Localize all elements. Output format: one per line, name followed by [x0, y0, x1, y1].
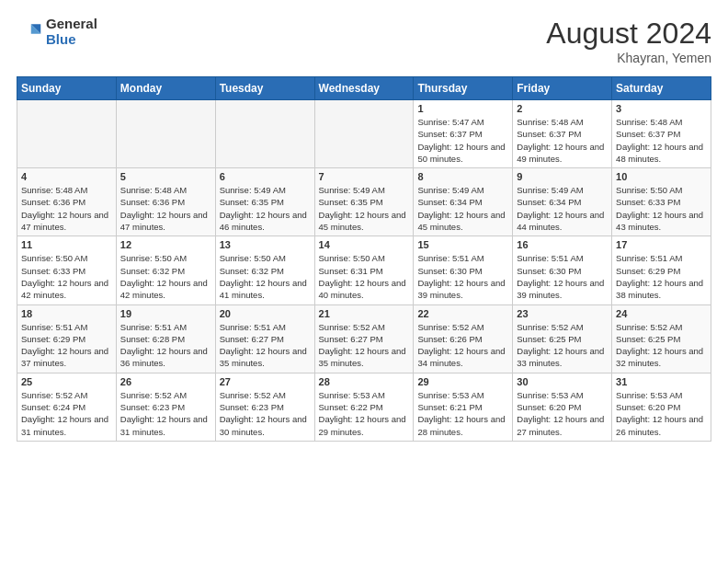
day-number: 27 [220, 376, 311, 387]
calendar-cell-2: 2Sunrise: 5:48 AMSunset: 6:37 PMDaylight… [513, 100, 612, 168]
logo-blue-text: Blue [46, 32, 97, 48]
calendar-week-2: 4Sunrise: 5:48 AMSunset: 6:36 PMDaylight… [17, 168, 711, 236]
page: General Blue August 2024 Khayran, Yemen … [0, 0, 728, 563]
day-number: 1 [417, 103, 508, 114]
day-info: Sunrise: 5:47 AMSunset: 6:37 PMDaylight:… [417, 116, 508, 165]
day-number: 28 [319, 376, 410, 387]
day-info: Sunrise: 5:48 AMSunset: 6:37 PMDaylight:… [517, 116, 608, 165]
day-number: 30 [517, 376, 608, 387]
calendar-cell-7: 7Sunrise: 5:49 AMSunset: 6:35 PMDaylight… [314, 168, 414, 236]
calendar-table: SundayMondayTuesdayWednesdayThursdayFrid… [17, 76, 711, 442]
calendar-cell-23: 23Sunrise: 5:52 AMSunset: 6:25 PMDayligh… [513, 304, 612, 373]
day-info: Sunrise: 5:51 AMSunset: 6:28 PMDaylight:… [120, 321, 211, 370]
day-info: Sunrise: 5:53 AMSunset: 6:22 PMDaylight:… [319, 389, 410, 438]
calendar-cell-empty-1 [116, 100, 215, 168]
day-number: 9 [517, 171, 608, 182]
day-info: Sunrise: 5:50 AMSunset: 6:31 PMDaylight:… [319, 252, 410, 301]
col-header-wednesday: Wednesday [314, 77, 414, 100]
calendar-cell-15: 15Sunrise: 5:51 AMSunset: 6:30 PMDayligh… [414, 236, 513, 304]
day-info: Sunrise: 5:51 AMSunset: 6:29 PMDaylight:… [616, 252, 707, 301]
day-number: 15 [417, 239, 508, 250]
day-info: Sunrise: 5:50 AMSunset: 6:32 PMDaylight:… [220, 252, 311, 301]
day-number: 10 [616, 171, 707, 182]
day-number: 24 [616, 308, 707, 319]
calendar-cell-1: 1Sunrise: 5:47 AMSunset: 6:37 PMDaylight… [414, 100, 513, 168]
day-info: Sunrise: 5:49 AMSunset: 6:34 PMDaylight:… [417, 184, 508, 233]
calendar-cell-17: 17Sunrise: 5:51 AMSunset: 6:29 PMDayligh… [612, 236, 711, 304]
calendar-cell-31: 31Sunrise: 5:53 AMSunset: 6:20 PMDayligh… [612, 373, 711, 441]
calendar-cell-13: 13Sunrise: 5:50 AMSunset: 6:32 PMDayligh… [215, 236, 314, 304]
day-number: 16 [517, 239, 608, 250]
calendar-cell-11: 11Sunrise: 5:50 AMSunset: 6:33 PMDayligh… [17, 236, 117, 304]
calendar-cell-empty-3 [314, 100, 414, 168]
calendar-cell-4: 4Sunrise: 5:48 AMSunset: 6:36 PMDaylight… [17, 168, 117, 236]
day-info: Sunrise: 5:52 AMSunset: 6:26 PMDaylight:… [417, 321, 508, 370]
calendar-week-1: 1Sunrise: 5:47 AMSunset: 6:37 PMDaylight… [17, 100, 711, 168]
calendar-cell-empty-2 [215, 100, 314, 168]
calendar-cell-19: 19Sunrise: 5:51 AMSunset: 6:28 PMDayligh… [116, 304, 215, 373]
day-info: Sunrise: 5:52 AMSunset: 6:24 PMDaylight:… [21, 389, 112, 438]
col-header-tuesday: Tuesday [215, 77, 314, 100]
day-info: Sunrise: 5:51 AMSunset: 6:29 PMDaylight:… [21, 321, 112, 370]
calendar-cell-28: 28Sunrise: 5:53 AMSunset: 6:22 PMDayligh… [314, 373, 414, 441]
day-info: Sunrise: 5:52 AMSunset: 6:27 PMDaylight:… [319, 321, 410, 370]
day-number: 4 [21, 171, 112, 182]
day-number: 29 [417, 376, 508, 387]
day-number: 31 [616, 376, 707, 387]
calendar-header-row: SundayMondayTuesdayWednesdayThursdayFrid… [17, 77, 711, 100]
day-info: Sunrise: 5:50 AMSunset: 6:33 PMDaylight:… [616, 184, 707, 233]
day-number: 21 [319, 308, 410, 319]
day-info: Sunrise: 5:51 AMSunset: 6:30 PMDaylight:… [517, 252, 608, 301]
calendar-cell-14: 14Sunrise: 5:50 AMSunset: 6:31 PMDayligh… [314, 236, 414, 304]
day-number: 26 [120, 376, 211, 387]
day-info: Sunrise: 5:52 AMSunset: 6:23 PMDaylight:… [120, 389, 211, 438]
day-number: 6 [220, 171, 311, 182]
calendar-cell-3: 3Sunrise: 5:48 AMSunset: 6:37 PMDaylight… [612, 100, 711, 168]
day-info: Sunrise: 5:50 AMSunset: 6:32 PMDaylight:… [120, 252, 211, 301]
day-info: Sunrise: 5:52 AMSunset: 6:25 PMDaylight:… [517, 321, 608, 370]
calendar-cell-9: 9Sunrise: 5:49 AMSunset: 6:34 PMDaylight… [513, 168, 612, 236]
calendar-week-4: 18Sunrise: 5:51 AMSunset: 6:29 PMDayligh… [17, 304, 711, 373]
calendar-cell-29: 29Sunrise: 5:53 AMSunset: 6:21 PMDayligh… [414, 373, 513, 441]
calendar-cell-21: 21Sunrise: 5:52 AMSunset: 6:27 PMDayligh… [314, 304, 414, 373]
day-number: 3 [616, 103, 707, 114]
day-info: Sunrise: 5:51 AMSunset: 6:30 PMDaylight:… [417, 252, 508, 301]
day-info: Sunrise: 5:49 AMSunset: 6:35 PMDaylight:… [319, 184, 410, 233]
day-info: Sunrise: 5:53 AMSunset: 6:20 PMDaylight:… [517, 389, 608, 438]
calendar-cell-6: 6Sunrise: 5:49 AMSunset: 6:35 PMDaylight… [215, 168, 314, 236]
day-number: 13 [220, 239, 311, 250]
day-number: 2 [517, 103, 608, 114]
col-header-monday: Monday [116, 77, 215, 100]
day-number: 5 [120, 171, 211, 182]
day-number: 12 [120, 239, 211, 250]
col-header-saturday: Saturday [612, 77, 711, 100]
day-number: 25 [21, 376, 112, 387]
calendar-cell-5: 5Sunrise: 5:48 AMSunset: 6:36 PMDaylight… [116, 168, 215, 236]
calendar-cell-26: 26Sunrise: 5:52 AMSunset: 6:23 PMDayligh… [116, 373, 215, 441]
logo: General Blue [17, 17, 97, 47]
day-info: Sunrise: 5:53 AMSunset: 6:21 PMDaylight:… [417, 389, 508, 438]
title-block: August 2024 Khayran, Yemen [546, 17, 711, 65]
calendar-cell-27: 27Sunrise: 5:52 AMSunset: 6:23 PMDayligh… [215, 373, 314, 441]
calendar-week-5: 25Sunrise: 5:52 AMSunset: 6:24 PMDayligh… [17, 373, 711, 441]
day-info: Sunrise: 5:48 AMSunset: 6:37 PMDaylight:… [616, 116, 707, 165]
logo-general-text: General [46, 17, 97, 32]
calendar-cell-8: 8Sunrise: 5:49 AMSunset: 6:34 PMDaylight… [414, 168, 513, 236]
col-header-thursday: Thursday [414, 77, 513, 100]
calendar-cell-30: 30Sunrise: 5:53 AMSunset: 6:20 PMDayligh… [513, 373, 612, 441]
day-info: Sunrise: 5:51 AMSunset: 6:27 PMDaylight:… [220, 321, 311, 370]
calendar-week-3: 11Sunrise: 5:50 AMSunset: 6:33 PMDayligh… [17, 236, 711, 304]
day-info: Sunrise: 5:53 AMSunset: 6:20 PMDaylight:… [616, 389, 707, 438]
logo-icon [17, 19, 42, 45]
day-info: Sunrise: 5:50 AMSunset: 6:33 PMDaylight:… [21, 252, 112, 301]
calendar-cell-16: 16Sunrise: 5:51 AMSunset: 6:30 PMDayligh… [513, 236, 612, 304]
day-number: 7 [319, 171, 410, 182]
day-info: Sunrise: 5:49 AMSunset: 6:35 PMDaylight:… [220, 184, 311, 233]
day-info: Sunrise: 5:48 AMSunset: 6:36 PMDaylight:… [120, 184, 211, 233]
calendar-cell-20: 20Sunrise: 5:51 AMSunset: 6:27 PMDayligh… [215, 304, 314, 373]
header: General Blue August 2024 Khayran, Yemen [17, 17, 711, 65]
day-number: 18 [21, 308, 112, 319]
location: Khayran, Yemen [546, 51, 711, 65]
calendar-cell-18: 18Sunrise: 5:51 AMSunset: 6:29 PMDayligh… [17, 304, 117, 373]
day-number: 20 [220, 308, 311, 319]
